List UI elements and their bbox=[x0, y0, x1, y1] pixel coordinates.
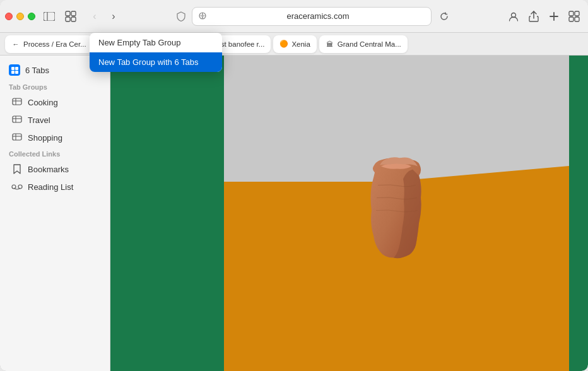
svg-rect-25 bbox=[13, 134, 21, 140]
svg-rect-13 bbox=[569, 17, 573, 21]
site-favicon bbox=[199, 12, 208, 21]
reading-list-icon bbox=[11, 181, 23, 192]
sidebar-item-cooking[interactable]: Cooking bbox=[3, 93, 107, 111]
privacy-icon[interactable] bbox=[175, 11, 187, 22]
tab-4[interactable]: 🏛 Grand Central Ma... bbox=[319, 35, 408, 53]
tab-label-4: Grand Central Ma... bbox=[338, 40, 401, 48]
account-button[interactable] bbox=[505, 8, 522, 25]
browser-window: ‹ › eraceramics.com bbox=[0, 0, 588, 371]
bookmarks-label: Bookmarks bbox=[28, 165, 69, 174]
webpage-left-green bbox=[110, 56, 224, 371]
tab-favicon-3: 🟠 bbox=[279, 40, 288, 49]
tab-0[interactable]: ← Process / Era Cer... bbox=[5, 35, 93, 53]
maximize-button[interactable] bbox=[28, 13, 35, 20]
sidebar-item-bookmarks[interactable]: Bookmarks bbox=[3, 160, 107, 178]
svg-rect-15 bbox=[11, 67, 15, 70]
back-button[interactable]: ‹ bbox=[86, 8, 103, 25]
svg-rect-22 bbox=[13, 116, 21, 122]
sidebar-item-travel[interactable]: Travel bbox=[3, 111, 107, 129]
dropdown-item-new-empty[interactable]: New Empty Tab Group bbox=[90, 33, 222, 52]
webpage-right-green bbox=[569, 56, 588, 371]
forward-button[interactable]: › bbox=[105, 8, 122, 25]
travel-label: Travel bbox=[28, 115, 50, 125]
titlebar: ‹ › eraceramics.com bbox=[0, 0, 588, 33]
tabs-bar: ← Process / Era Cer... 📋 The Periodic Ta… bbox=[0, 33, 588, 56]
cooking-icon bbox=[11, 97, 23, 108]
svg-rect-3 bbox=[71, 11, 76, 16]
svg-rect-18 bbox=[15, 71, 18, 74]
sidebar-item-reading-list[interactable]: Reading List bbox=[3, 178, 107, 196]
address-text: eraceramics.com bbox=[211, 11, 425, 21]
collected-links-header: Collected Links bbox=[0, 146, 110, 160]
shopping-icon bbox=[11, 132, 23, 143]
svg-rect-17 bbox=[11, 71, 15, 74]
traffic-lights bbox=[5, 13, 35, 20]
reading-list-label: Reading List bbox=[28, 182, 73, 192]
svg-rect-14 bbox=[575, 17, 579, 21]
webpage-center bbox=[224, 56, 569, 371]
svg-rect-19 bbox=[13, 98, 21, 105]
dropdown-item-with-tabs[interactable]: New Tab Group with 6 Tabs bbox=[90, 52, 222, 72]
share-button[interactable] bbox=[525, 8, 543, 25]
reload-button[interactable] bbox=[437, 9, 452, 24]
tab-favicon-4: 🏛 bbox=[326, 40, 334, 49]
dropdown-item-with-tabs-label: New Tab Group with 6 Tabs bbox=[98, 57, 199, 67]
content-area[interactable] bbox=[110, 56, 588, 371]
svg-rect-11 bbox=[569, 11, 573, 16]
address-bar[interactable]: eraceramics.com bbox=[192, 7, 432, 26]
ceramic-object bbox=[356, 148, 438, 268]
tab-favicon-0: ← bbox=[11, 40, 20, 49]
sidebar: 6 Tabs Tab Groups Cooking bbox=[0, 56, 110, 371]
cooking-label: Cooking bbox=[28, 98, 58, 107]
nav-buttons: ‹ › bbox=[86, 8, 122, 25]
svg-rect-12 bbox=[575, 11, 579, 16]
shopping-label: Shopping bbox=[28, 133, 62, 143]
tab-groups-header: Tab Groups bbox=[0, 80, 110, 93]
close-button[interactable] bbox=[5, 13, 13, 20]
dropdown-item-new-empty-label: New Empty Tab Group bbox=[98, 38, 181, 47]
sidebar-toggle-button[interactable] bbox=[43, 10, 56, 23]
svg-rect-16 bbox=[15, 67, 18, 70]
svg-rect-4 bbox=[66, 17, 70, 21]
tab-3[interactable]: 🟠 Xenia bbox=[273, 35, 316, 53]
main-content: 6 Tabs Tab Groups Cooking bbox=[0, 56, 588, 371]
toolbar-right bbox=[505, 8, 583, 25]
tab-group-button[interactable] bbox=[62, 8, 79, 25]
svg-rect-2 bbox=[66, 11, 70, 16]
current-tabs-icon bbox=[9, 64, 20, 76]
tab-overview-button[interactable] bbox=[565, 8, 583, 25]
address-area: eraceramics.com bbox=[126, 7, 501, 26]
bookmark-icon bbox=[11, 163, 23, 175]
svg-rect-0 bbox=[44, 12, 55, 21]
tab-label-0: Process / Era Cer... bbox=[23, 40, 86, 48]
svg-rect-5 bbox=[71, 17, 76, 21]
new-tab-button[interactable] bbox=[545, 8, 563, 25]
ceramic-scene bbox=[224, 56, 569, 371]
sidebar-item-shopping[interactable]: Shopping bbox=[3, 129, 107, 146]
minimize-button[interactable] bbox=[16, 13, 24, 20]
current-tabs-label: 6 Tabs bbox=[25, 66, 49, 75]
webpage bbox=[110, 56, 588, 371]
dropdown-menu: New Empty Tab Group New Tab Group with 6… bbox=[90, 33, 222, 72]
tab-label-3: Xenia bbox=[291, 40, 310, 48]
travel-icon bbox=[11, 114, 23, 126]
